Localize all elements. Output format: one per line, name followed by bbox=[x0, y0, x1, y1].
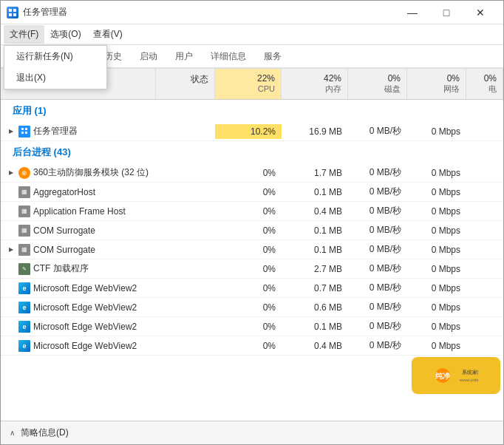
status-label[interactable]: 简略信息(D) bbox=[21, 427, 69, 439]
svg-rect-7 bbox=[25, 132, 27, 134]
power-cell bbox=[466, 286, 503, 291]
disk-cell: 0 MB/秒 bbox=[348, 260, 407, 277]
cpu-cell: 0% bbox=[215, 300, 282, 315]
svg-rect-0 bbox=[9, 9, 12, 12]
bg-section-header: 后台进程 (43) bbox=[1, 141, 503, 163]
svg-rect-4 bbox=[21, 128, 24, 130]
table-row[interactable]: ▶ ▦ Application Frame Host 0% 0.4 MB 0 M… bbox=[1, 202, 503, 221]
power-cell bbox=[466, 267, 503, 271]
table-row[interactable]: ▶ ▦ COM Surrogate 0% 0.1 MB 0 MB/秒 0 Mbp… bbox=[1, 221, 503, 240]
col-status[interactable]: 状态 bbox=[156, 69, 215, 99]
menu-file[interactable]: 文件(F) bbox=[4, 25, 44, 44]
process-name: AggregatorHost bbox=[33, 187, 95, 197]
apps-section-header: 应用 (1) bbox=[1, 100, 503, 122]
process-name-cell: ▶ ▦ COM Surrogate bbox=[1, 222, 156, 239]
table-row[interactable]: ▶ ▦ COM Surrogate 0% 0.1 MB 0 MB/秒 0 Mbp… bbox=[1, 240, 503, 259]
network-cell: 0 Mbps bbox=[407, 204, 466, 219]
network-cell: 0 Mbps bbox=[407, 300, 466, 315]
expand-icon[interactable]: ▶ bbox=[7, 245, 16, 254]
status-cell bbox=[156, 228, 215, 233]
svg-rect-3 bbox=[13, 13, 16, 16]
power-cell bbox=[466, 228, 503, 233]
cpu-cell: 0% bbox=[215, 281, 282, 296]
task-manager-window: 任务管理器 — □ ✕ 文件(F) 选项(O) 查看(V) 运行新任务(N) 退… bbox=[0, 0, 504, 445]
status-expand-icon[interactable]: ∧ bbox=[10, 429, 15, 437]
table-row[interactable]: ▶ ⊕ 360主动防御服务模块 (32 位) 0% 1.7 MB 0 MB/秒 … bbox=[1, 163, 503, 183]
table-row[interactable]: ▶ e Microsoft Edge WebView2 0% 0.6 MB 0 … bbox=[1, 298, 503, 317]
col-cpu[interactable]: 22% CPU bbox=[215, 69, 282, 99]
svg-rect-5 bbox=[25, 128, 27, 130]
process-name-cell: ▶ e Microsoft Edge WebView2 bbox=[1, 319, 156, 335]
cpu-cell: 0% bbox=[215, 339, 282, 353]
power-cell bbox=[466, 344, 503, 348]
disk-cell: 0 MB/秒 bbox=[348, 183, 407, 200]
process-name: Microsoft Edge WebView2 bbox=[33, 283, 137, 293]
table-row[interactable]: ▶ ▦ AggregatorHost 0% 0.1 MB 0 MB/秒 0 Mb… bbox=[1, 183, 503, 202]
svg-rect-1 bbox=[13, 9, 16, 12]
status-cell bbox=[156, 129, 215, 134]
process-name: Application Frame Host bbox=[33, 206, 126, 217]
process-name-cell: ▶ ▦ Application Frame Host bbox=[1, 203, 156, 220]
table-row[interactable]: ▶ 任务管理器 10.2% 16.9 MB 0 MB/秒 0 M bbox=[1, 122, 503, 141]
process-name: Microsoft Edge WebView2 bbox=[33, 322, 137, 332]
tab-users[interactable]: 用户 bbox=[166, 46, 202, 69]
tab-details[interactable]: 详细信息 bbox=[202, 46, 255, 69]
maximize-button[interactable]: □ bbox=[429, 1, 463, 24]
power-cell bbox=[466, 171, 503, 175]
memory-cell: 0.4 MB bbox=[282, 204, 348, 219]
col-power[interactable]: 0% 电 bbox=[466, 69, 503, 99]
table-row[interactable]: ▶ e Microsoft Edge WebView2 0% 0.7 MB 0 … bbox=[1, 279, 503, 298]
process-name-cell: ▶ ⊕ 360主动防御服务模块 (32 位) bbox=[1, 164, 156, 181]
network-cell: 0 Mbps bbox=[407, 319, 466, 334]
table-row[interactable]: ▶ e Microsoft Edge WebView2 0% 0.4 MB 0 … bbox=[1, 336, 503, 356]
expand-icon[interactable]: ▶ bbox=[7, 127, 16, 136]
cpu-cell: 0% bbox=[215, 166, 282, 180]
memory-cell: 2.7 MB bbox=[282, 262, 348, 276]
dropdown-exit[interactable]: 退出(X) bbox=[4, 67, 106, 89]
disk-cell: 0 MB/秒 bbox=[348, 222, 407, 239]
expand-icon[interactable]: ▶ bbox=[7, 169, 16, 177]
col-network[interactable]: 0% 网络 bbox=[407, 69, 466, 99]
power-cell bbox=[466, 190, 503, 194]
content-wrapper: 应用 (1) ▶ 任务管理器 10.2% bbox=[1, 100, 503, 421]
menu-view[interactable]: 查看(V) bbox=[87, 25, 129, 44]
window-controls: — □ ✕ bbox=[395, 1, 497, 24]
cpu-cell: 0% bbox=[215, 204, 282, 219]
status-cell bbox=[156, 344, 215, 348]
network-cell: 0 Mbps bbox=[407, 223, 466, 238]
status-cell bbox=[156, 325, 215, 329]
svg-text:www.yidaimei.com: www.yidaimei.com bbox=[459, 378, 478, 382]
status-cell bbox=[156, 267, 215, 271]
col-memory[interactable]: 42% 内存 bbox=[282, 69, 348, 99]
network-cell: 0 Mbps bbox=[407, 124, 466, 139]
status-cell bbox=[156, 171, 215, 175]
process-icon: ▦ bbox=[18, 225, 30, 237]
disk-cell: 0 MB/秒 bbox=[348, 318, 407, 335]
window-title: 任务管理器 bbox=[23, 6, 67, 18]
status-cell bbox=[156, 190, 215, 194]
process-icon: ▦ bbox=[18, 186, 30, 198]
table-row[interactable]: ▶ ✎ CTF 加载程序 0% 2.7 MB 0 MB/秒 0 Mbps bbox=[1, 259, 503, 279]
process-icon: e bbox=[18, 282, 30, 294]
disk-cell: 0 MB/秒 bbox=[348, 241, 407, 258]
menu-options[interactable]: 选项(O) bbox=[44, 25, 86, 44]
process-name: Microsoft Edge WebView2 bbox=[33, 302, 137, 313]
cpu-cell: 0% bbox=[215, 223, 282, 238]
process-name: COM Surrogate bbox=[33, 225, 95, 236]
close-button[interactable]: ✕ bbox=[463, 1, 497, 24]
process-icon: e bbox=[18, 340, 30, 352]
network-cell: 0 Mbps bbox=[407, 185, 466, 200]
dropdown-new-task[interactable]: 运行新任务(N) bbox=[4, 46, 106, 67]
tab-services[interactable]: 服务 bbox=[255, 46, 290, 69]
power-cell bbox=[466, 248, 503, 252]
svg-text:纯净: 纯净 bbox=[435, 372, 451, 380]
cpu-cell: 0% bbox=[215, 262, 282, 276]
col-disk[interactable]: 0% 磁盘 bbox=[348, 69, 407, 99]
tab-startup[interactable]: 启动 bbox=[131, 46, 166, 69]
process-name: Microsoft Edge WebView2 bbox=[33, 341, 137, 351]
disk-cell: 0 MB/秒 bbox=[348, 123, 407, 140]
table-row[interactable]: ▶ e Microsoft Edge WebView2 0% 0.1 MB 0 … bbox=[1, 317, 503, 336]
minimize-button[interactable]: — bbox=[395, 1, 429, 24]
disk-cell: 0 MB/秒 bbox=[348, 279, 407, 296]
cpu-cell: 0% bbox=[215, 242, 282, 257]
